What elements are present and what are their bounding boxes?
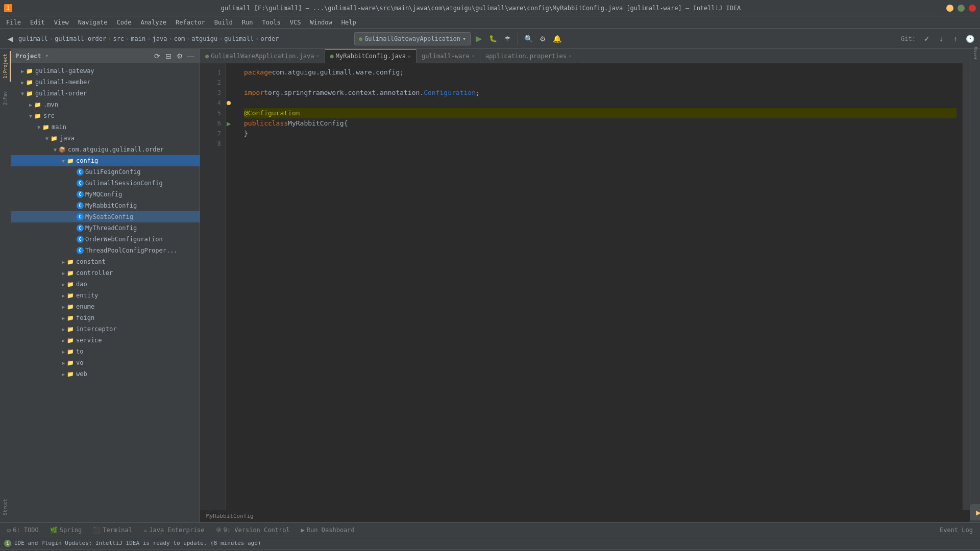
project-settings-button[interactable]: ⚙	[175, 52, 184, 61]
breadcrumb-gulimall[interactable]: gulimall	[18, 35, 48, 42]
menu-window[interactable]: Window	[306, 18, 336, 27]
menu-navigate[interactable]: Navigate	[74, 18, 112, 27]
tree-item-constant[interactable]: ▶ 📁 constant	[11, 256, 200, 267]
settings-button[interactable]: ⚙	[536, 33, 549, 45]
breadcrumb-atguigu[interactable]: atguigu	[192, 35, 218, 42]
folder-icon-entity: 📁	[66, 291, 75, 299]
tab-close-application-properties[interactable]: ✕	[569, 53, 572, 59]
run-button[interactable]: ▶	[473, 33, 485, 45]
menu-analyze[interactable]: Analyze	[136, 18, 170, 27]
breadcrumb-java[interactable]: java	[152, 35, 167, 42]
notifications-button[interactable]: 🔔	[551, 33, 563, 45]
breadcrumb-com[interactable]: com	[174, 35, 185, 42]
search-everywhere-button[interactable]: 🔍	[522, 33, 534, 45]
tree-arrow-mvn: ▶	[28, 102, 34, 108]
tree-item-main[interactable]: ▼ 📁 main	[11, 121, 200, 133]
code-editor[interactable]: 1 2 3 4 5 6 7 8 ▶	[200, 63, 970, 510]
tree-item-enume[interactable]: ▶ 📁 enume	[11, 301, 200, 312]
tree-label-web: web	[76, 370, 87, 378]
tree-item-MyMQConfig[interactable]: ▶ C MyMQConfig	[11, 189, 200, 200]
folder-icon-controller: 📁	[66, 269, 75, 277]
menu-help[interactable]: Help	[337, 18, 360, 27]
tab-close-MyRabbitConfig[interactable]: ✕	[408, 54, 411, 59]
tab-MyRabbitConfig[interactable]: ● MyRabbitConfig.java ✕	[325, 49, 417, 63]
tree-item-vo[interactable]: ▶ 📁 vo	[11, 357, 200, 368]
tree-item-GuliFeignConfig[interactable]: ▶ C GuliFeignConfig	[11, 166, 200, 178]
tab-todo[interactable]: ☑ 6: TODO	[2, 525, 44, 535]
breadcrumb-gulimall-order[interactable]: gulimall-order	[55, 35, 106, 42]
menu-refactor[interactable]: Refactor	[172, 18, 209, 27]
breadcrumb-order[interactable]: order	[260, 35, 279, 42]
tree-item-to[interactable]: ▶ 📁 to	[11, 346, 200, 357]
collapse-all-button[interactable]: ⊟	[164, 52, 173, 61]
menu-vcs[interactable]: VCS	[286, 18, 305, 27]
git-history-button[interactable]: 🕐	[964, 33, 976, 45]
tree-item-dao[interactable]: ▶ 📁 dao	[11, 279, 200, 290]
minimize-button[interactable]	[946, 5, 953, 12]
tree-item-gulimall-member[interactable]: ▶ 📁 gulimall-member	[11, 77, 200, 88]
menu-file[interactable]: File	[2, 18, 25, 27]
menu-edit[interactable]: Edit	[26, 18, 49, 27]
tree-item-MyRabbitConfig[interactable]: ▶ C MyRabbitConfig	[11, 200, 200, 211]
tree-item-feign[interactable]: ▶ 📁 feign	[11, 312, 200, 323]
tab-terminal[interactable]: ⬛ Terminal	[88, 525, 137, 535]
breadcrumb-src[interactable]: src	[113, 35, 124, 42]
activity-project[interactable]: 1:Project	[1, 51, 11, 82]
tree-item-entity[interactable]: ▶ 📁 entity	[11, 290, 200, 301]
menu-run[interactable]: Run	[238, 18, 257, 27]
git-push-button[interactable]: ↑	[949, 33, 962, 45]
tree-item-interceptor[interactable]: ▶ 📁 interceptor	[11, 323, 200, 335]
tree-item-config[interactable]: ▼ 📁 config	[11, 155, 200, 166]
tree-item-MyThreadConfig[interactable]: ▶ C MyThreadConfig	[11, 222, 200, 234]
activity-favorites[interactable]: 2:Fav	[1, 83, 11, 113]
sync-files-button[interactable]: ⟳	[153, 52, 162, 61]
menu-build[interactable]: Build	[210, 18, 237, 27]
tree-item-web[interactable]: ▶ 📁 web	[11, 368, 200, 380]
maximize-button[interactable]	[958, 5, 965, 12]
coverage-button[interactable]: ☂	[501, 33, 513, 45]
tree-item-ThreadPoolConfigProperties[interactable]: ▶ C ThreadPoolConfigProper...	[11, 245, 200, 256]
tab-close-GulimallWareApplication[interactable]: ✕	[316, 53, 320, 59]
assistant-button[interactable]: ▶	[970, 504, 980, 520]
code-content[interactable]: package com.atguigu.gulimall.ware.config…	[238, 63, 963, 510]
tree-item-src[interactable]: ▼ 📁 src	[11, 110, 200, 121]
tree-item-service[interactable]: ▶ 📁 service	[11, 335, 200, 346]
tab-application-properties[interactable]: application.properties ✕	[480, 49, 577, 63]
breadcrumb-main[interactable]: main	[131, 35, 145, 42]
project-panel-title: Project	[15, 53, 41, 60]
menu-tools[interactable]: Tools	[258, 18, 285, 27]
tree-item-mvn[interactable]: ▶ 📁 .mvn	[11, 99, 200, 110]
menu-code[interactable]: Code	[113, 18, 136, 27]
project-hide-button[interactable]: —	[186, 52, 195, 61]
run-config-dropdown[interactable]: ● GulimallGatewayApplication ▾	[354, 32, 471, 45]
breadcrumb-gulimall2[interactable]: gulimall	[224, 35, 254, 42]
tab-run-dashboard[interactable]: ▶ Run Dashboard	[296, 525, 360, 535]
activity-structure[interactable]: Struct	[1, 492, 11, 522]
editor-scrollbar[interactable]	[963, 63, 970, 510]
tree-arrow-controller: ▶	[60, 270, 66, 276]
git-check-button[interactable]: ✓	[921, 33, 933, 45]
tree-item-package[interactable]: ▼ 📦 com.atguigu.gulimall.order	[11, 144, 200, 155]
menu-view[interactable]: View	[50, 18, 73, 27]
back-button[interactable]: ◀	[4, 33, 16, 45]
tab-spring[interactable]: 🌿 Spring	[45, 525, 87, 535]
run-gutter-icon[interactable]: ▶	[227, 118, 231, 129]
tab-gulimall-ware[interactable]: gulimall-ware ✕	[416, 49, 480, 63]
tree-item-gulimall-order[interactable]: ▼ 📁 gulimall-order	[11, 88, 200, 99]
tab-close-gulimall-ware[interactable]: ✕	[472, 53, 475, 59]
tree-item-OrderWebConfiguration[interactable]: ▶ C OrderWebConfiguration	[11, 234, 200, 245]
tree-item-controller[interactable]: ▶ 📁 controller	[11, 267, 200, 279]
tree-item-gulimall-gateway[interactable]: ▶ 📁 gulimall-gateway	[11, 65, 200, 77]
right-sidebar-maven[interactable]: Maven	[971, 44, 980, 62]
tree-item-MySeataConfig[interactable]: ▶ C MySeataConfig	[11, 211, 200, 222]
tree-item-java[interactable]: ▼ 📁 java	[11, 133, 200, 144]
tab-event-log[interactable]: Event Log	[935, 525, 978, 535]
debug-button[interactable]: 🐛	[487, 33, 499, 45]
tree-item-GulimallSessionConfig[interactable]: ▶ C GulimallSessionConfig	[11, 178, 200, 189]
code-line-4	[244, 98, 957, 108]
close-button[interactable]	[969, 5, 976, 12]
tab-java-enterprise[interactable]: ☕ Java Enterprise	[138, 525, 210, 535]
git-update-button[interactable]: ↓	[935, 33, 947, 45]
tab-GulimallWareApplication[interactable]: ● GulimallWareApplication.java ✕	[200, 49, 325, 63]
tab-version-control[interactable]: ⑨ 9: Version Control	[211, 525, 295, 535]
